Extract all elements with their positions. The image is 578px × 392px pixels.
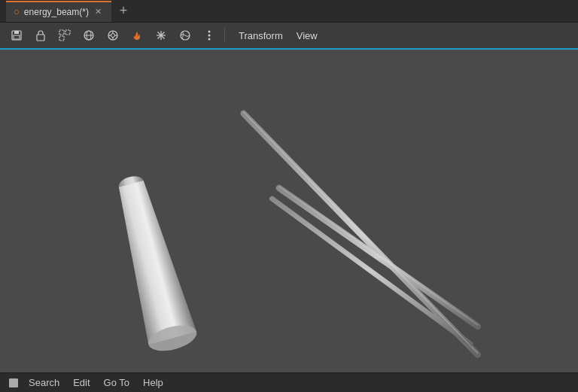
toolbar: Transform View <box>0 23 578 50</box>
svg-rect-6 <box>59 36 64 41</box>
viewport[interactable] <box>0 50 578 372</box>
earth-icon[interactable] <box>175 25 196 46</box>
save-icon[interactable] <box>6 25 27 46</box>
active-tab[interactable]: ○ energy_beam(*) ✕ <box>6 1 111 22</box>
edit-item[interactable]: Edit <box>67 375 96 390</box>
help-item[interactable]: Help <box>137 375 169 390</box>
svg-rect-4 <box>59 30 64 35</box>
tab-close-button[interactable]: ✕ <box>93 7 104 17</box>
title-bar: ○ energy_beam(*) ✕ + <box>0 0 578 23</box>
transform-menu[interactable]: Transform <box>233 27 289 44</box>
svg-rect-2 <box>14 35 20 39</box>
toolbar-separator <box>224 28 225 43</box>
viewport-canvas <box>0 50 578 372</box>
svg-rect-1 <box>14 31 19 34</box>
more-icon[interactable] <box>199 25 220 46</box>
lock-icon[interactable] <box>30 25 51 46</box>
fire-icon[interactable] <box>126 25 148 46</box>
statusbar: Search Edit Go To Help <box>0 372 578 392</box>
tab-add-button[interactable]: + <box>114 2 132 20</box>
statusbar-icon <box>6 375 21 390</box>
svg-point-22 <box>208 35 211 37</box>
svg-point-23 <box>208 38 211 41</box>
search-item[interactable]: Search <box>23 375 65 390</box>
view-menu[interactable]: View <box>291 27 324 44</box>
tab-label: energy_beam(*) <box>24 7 89 17</box>
svg-rect-5 <box>65 30 70 35</box>
toolbar-menu: Transform View <box>233 27 324 44</box>
globe-icon[interactable] <box>78 25 99 46</box>
filter-icon[interactable] <box>102 25 123 46</box>
svg-rect-3 <box>37 35 44 41</box>
spark-icon[interactable] <box>151 25 172 46</box>
goto-item[interactable]: Go To <box>98 375 135 390</box>
select-icon[interactable] <box>54 25 75 46</box>
svg-point-21 <box>208 31 211 33</box>
tab-icon: ○ <box>14 6 20 17</box>
svg-point-11 <box>111 34 115 38</box>
svg-rect-32 <box>9 378 18 387</box>
